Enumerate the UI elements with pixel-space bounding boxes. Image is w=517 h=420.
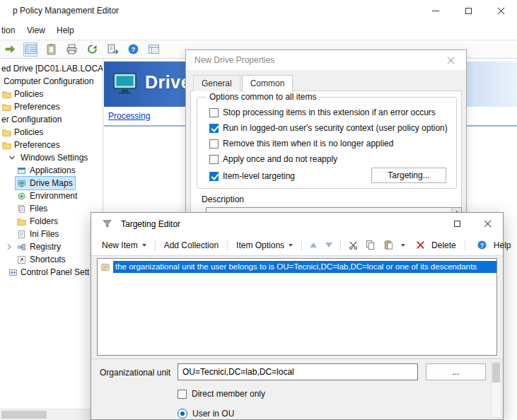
tab-strip: GeneralCommon <box>193 75 294 91</box>
maximize-button[interactable] <box>442 213 472 235</box>
toolbar-separator <box>301 239 302 251</box>
files-icon <box>17 204 26 214</box>
tree-item-computer-configuration[interactable]: Computer Configuration <box>0 75 103 88</box>
shortcuts-icon <box>17 255 26 264</box>
tree-item-ed-drive-dc01-lab-loca[interactable]: ed Drive [DC01.LAB.LOCA <box>0 62 103 75</box>
dialog-titlebar: Targeting Editor <box>91 213 503 235</box>
tree-item-files[interactable]: Files <box>0 202 103 215</box>
delete-button[interactable]: Delete <box>407 236 461 255</box>
environment-icon <box>17 192 26 201</box>
maximize-button[interactable] <box>452 0 484 21</box>
option-row-run-in-logged-on-user-s-security-context-user-policy-option: Run in logged-on user's security context… <box>209 122 448 134</box>
tree-item-ini-files[interactable]: Ini Files <box>0 228 103 240</box>
checkbox-item-level-targeting[interactable] <box>209 172 219 181</box>
checkbox-apply-once-and-do-not-reapply[interactable] <box>209 155 219 164</box>
direct-member-only-checkbox[interactable] <box>178 390 187 399</box>
targeting-items-list[interactable]: the organizational unit the user belongs… <box>97 258 497 356</box>
checkbox-run-in-logged-on-user-s-security-context-user-policy-option[interactable] <box>209 124 219 133</box>
folder-icon <box>2 128 11 137</box>
tree-item-windows-settings[interactable]: Windows Settings <box>0 151 103 164</box>
help-icon[interactable]: ? <box>126 42 140 57</box>
move-up-button[interactable] <box>310 243 317 247</box>
export-list-icon[interactable] <box>105 42 120 57</box>
clipboard-icon[interactable] <box>44 42 58 57</box>
menu-item-help[interactable]: Help <box>57 25 74 35</box>
close-button[interactable] <box>472 213 503 235</box>
tree-item-control-panel-sett[interactable]: Control Panel Sett <box>0 266 103 279</box>
funnel-icon <box>100 218 113 231</box>
help-button[interactable]: ? Help <box>469 236 516 255</box>
item-options-button[interactable]: Item Options <box>231 238 298 253</box>
common-tab-page: Options common to all items Targeting...… <box>190 91 462 214</box>
new-item-button[interactable]: New Item <box>97 238 151 253</box>
ini-files-icon <box>17 230 26 239</box>
chevron-collapsed-icon[interactable] <box>6 243 13 250</box>
printer-icon[interactable] <box>64 42 79 57</box>
checkbox-stop-processing-items-in-this-extension-if-an-error-occurs[interactable] <box>209 108 219 117</box>
folders-icon <box>17 217 26 226</box>
processing-link[interactable]: Processing <box>108 111 150 121</box>
dialog-controls <box>442 213 503 235</box>
cut-button[interactable] <box>347 239 359 252</box>
nav-forward-icon[interactable] <box>3 42 17 57</box>
user-in-ou-row: User in OU <box>178 409 234 419</box>
tree-item-shortcuts[interactable]: Shortcuts <box>0 253 103 266</box>
add-collection-button[interactable]: Add Collection <box>159 238 223 253</box>
chevron-expanded-icon[interactable] <box>8 154 16 161</box>
dialog-close-button[interactable] <box>435 50 466 70</box>
targeting-item-text: the organizational unit the user belongs… <box>113 261 496 273</box>
checkbox-remove-this-item-when-it-is-no-longer-applied[interactable] <box>209 139 219 148</box>
menu-item-view[interactable]: View <box>27 25 45 35</box>
tree-item-er-configuration[interactable]: er Configuration <box>0 113 103 126</box>
options-group-label: Options common to all items <box>206 92 320 102</box>
user-in-ou-radio[interactable] <box>178 409 187 419</box>
direct-member-only-label: Direct member only <box>192 389 265 399</box>
tab-general[interactable]: General <box>193 75 240 91</box>
console-tree: ed Drive [DC01.LAB.LOCAComputer Configur… <box>0 59 103 420</box>
tree-horizontal-scrollbar[interactable] <box>0 409 103 420</box>
browse-button[interactable]: ... <box>426 363 486 380</box>
targeting-button[interactable]: Targeting... <box>371 168 446 183</box>
drive-maps-header-icon <box>112 72 139 95</box>
tree-item-folders[interactable]: Folders <box>0 215 103 228</box>
applications-icon <box>17 166 26 175</box>
tree-item-preferences[interactable]: Preferences <box>0 100 103 113</box>
tree-item-preferences[interactable]: Preferences <box>0 139 103 151</box>
scrollbar-thumb[interactable] <box>492 363 500 383</box>
control-panel-icon <box>8 268 18 277</box>
option-label: Run in logged-on user's security context… <box>223 123 448 133</box>
menu-item-tion[interactable]: tion <box>1 25 15 35</box>
targeting-item[interactable]: the organizational unit the user belongs… <box>98 260 496 274</box>
refresh-icon[interactable] <box>85 42 99 57</box>
tree-item-policies[interactable]: Policies <box>0 126 103 139</box>
move-down-button[interactable] <box>325 243 332 247</box>
console-tree-toggle-icon[interactable] <box>23 42 37 57</box>
screen: p Policy Management Editor tionViewHelp … <box>0 0 517 420</box>
tree-item-environment[interactable]: Environment <box>0 189 103 202</box>
window-title: p Policy Management Editor <box>13 6 119 16</box>
tree-item-applications[interactable]: Applications <box>0 164 103 177</box>
scrollbar-thumb[interactable] <box>1 411 47 419</box>
copy-button[interactable] <box>364 239 376 252</box>
tab-common[interactable]: Common <box>242 75 294 92</box>
panel-scrollbar[interactable] <box>491 361 501 418</box>
tree-item-registry[interactable]: Registry <box>0 240 103 253</box>
tree-item-policies[interactable]: Policies <box>0 88 103 100</box>
organizational-unit-input[interactable] <box>178 363 418 380</box>
option-row-apply-once-and-do-not-reapply: Apply once and do not reapply <box>209 153 337 165</box>
window-controls <box>419 0 517 21</box>
maximize-icon <box>465 8 472 14</box>
close-icon <box>484 220 492 228</box>
details-view-icon[interactable] <box>146 42 161 57</box>
minimize-button[interactable] <box>419 0 452 21</box>
direct-member-only-row: Direct member only <box>178 389 265 399</box>
folder-icon <box>2 141 11 150</box>
tree-item-drive-maps[interactable]: Drive Maps <box>0 177 103 189</box>
paste-button[interactable] <box>378 238 407 253</box>
close-button[interactable] <box>484 0 517 21</box>
menu-bar: tionViewHelp <box>0 21 517 40</box>
chevron-down-icon <box>142 244 146 247</box>
delete-x-icon <box>414 239 426 252</box>
maximize-icon <box>454 221 460 227</box>
toolbar-separator <box>465 239 465 251</box>
